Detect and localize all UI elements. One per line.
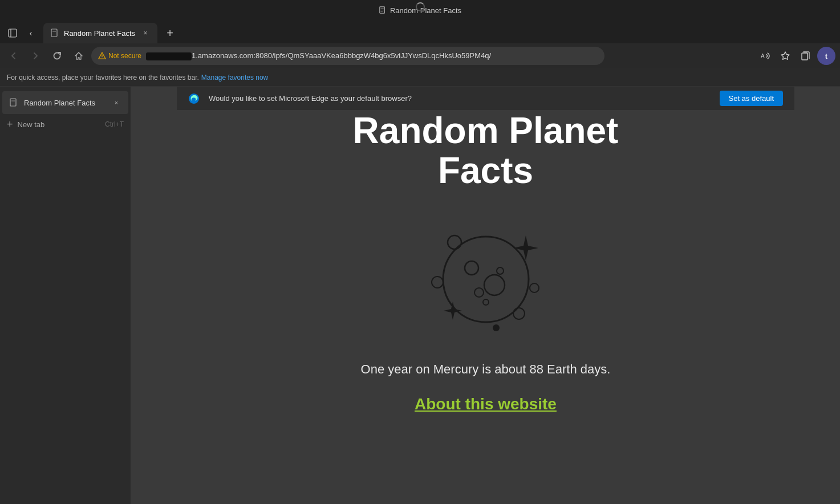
planet-illustration	[412, 214, 560, 339]
security-indicator: Not secure	[98, 52, 141, 60]
svg-point-23	[513, 308, 525, 319]
sparkle-top-right	[513, 235, 538, 261]
tab-label: Random Planet Facts	[64, 29, 136, 38]
sidebar-tab-label: Random Planet Facts	[24, 99, 105, 107]
svg-point-17	[484, 275, 505, 295]
new-tab-button[interactable]: +	[160, 23, 180, 43]
collections-button[interactable]	[797, 47, 815, 65]
svg-text:A: A	[761, 53, 765, 59]
window-title: Random Planet Facts	[390, 6, 461, 15]
forward-button[interactable]	[26, 47, 44, 65]
page-icon	[379, 6, 387, 14]
favorites-bar-text: For quick access, place your favorites h…	[7, 74, 199, 82]
active-tab[interactable]: Random Planet Facts ×	[43, 23, 157, 43]
security-label: Not secure	[108, 52, 141, 60]
plus-icon: +	[7, 119, 13, 131]
sidebar-tab-favicon	[9, 98, 18, 107]
svg-point-20	[483, 299, 489, 305]
profile-button[interactable]: t	[817, 47, 835, 65]
svg-point-14	[189, 94, 199, 104]
refresh-button[interactable]	[48, 47, 66, 65]
loading-spinner	[416, 2, 425, 11]
planet-fact-text: One year on Mercury is about 88 Earth da…	[361, 362, 611, 377]
svg-point-25	[493, 324, 500, 331]
sparkle-bottom-left	[444, 302, 462, 320]
home-button[interactable]	[70, 47, 88, 65]
tab-close-button[interactable]: ×	[140, 28, 151, 38]
page-title-line1: Random Planet	[353, 110, 619, 151]
sidebar-new-tab-item[interactable]: + New tab Ctrl+T	[0, 114, 131, 135]
svg-rect-11	[802, 53, 807, 60]
favorites-bar: For quick access, place your favorites h…	[0, 68, 840, 87]
svg-point-22	[530, 283, 539, 292]
back-tab-button[interactable]: ‹	[23, 25, 39, 41]
tab-favicon	[50, 29, 59, 38]
browser-body: Random Planet Facts × + New tab Ctrl+T W…	[0, 87, 840, 504]
sidebar-tab-item-random-planet[interactable]: Random Planet Facts ×	[2, 91, 128, 114]
sidebar-tab-close-button[interactable]: ×	[111, 97, 121, 108]
page-title-line2: Facts	[438, 150, 533, 191]
svg-point-21	[448, 235, 461, 249]
about-website-link[interactable]: About this website	[415, 395, 557, 413]
sidebar-new-tab-label: New tab	[18, 120, 45, 129]
svg-point-16	[465, 261, 478, 275]
url-hidden-part	[146, 52, 192, 60]
url-visible-part: 1.amazonaws.com:8080/ipfs/QmSYaaaVKea6bb…	[192, 51, 491, 60]
read-aloud-button[interactable]: A	[756, 47, 774, 65]
url-display: 1.amazonaws.com:8080/ipfs/QmSYaaaVKea6bb…	[146, 51, 598, 60]
svg-point-19	[497, 267, 504, 274]
tab-controls-left: ‹	[5, 25, 39, 43]
toolbar-icons: A t	[756, 47, 835, 65]
svg-rect-4	[9, 29, 17, 37]
tabs-panel-button[interactable]	[5, 25, 21, 41]
web-content: Would you like to set Microsoft Edge as …	[131, 87, 840, 504]
manage-favorites-link[interactable]: Manage favorites now	[201, 74, 268, 82]
browser-window: Random Planet Facts ‹ Random Planet Fact…	[0, 0, 840, 504]
set-default-button[interactable]: Set as default	[720, 91, 784, 106]
title-bar: Random Planet Facts	[0, 0, 840, 21]
tabs-sidebar: Random Planet Facts × + New tab Ctrl+T	[0, 87, 131, 504]
notification-bar: Would you like to set Microsoft Edge as …	[177, 87, 794, 111]
svg-rect-6	[51, 29, 57, 36]
svg-point-9	[102, 58, 102, 58]
tab-bar: ‹ Random Planet Facts × +	[0, 21, 840, 43]
new-tab-shortcut: Ctrl+T	[105, 120, 124, 128]
edge-logo-icon	[188, 93, 200, 104]
notification-text: Would you like to set Microsoft Edge as …	[209, 94, 711, 103]
address-bar-row: Not secure 1.amazonaws.com:8080/ipfs/QmS…	[0, 43, 840, 68]
warning-icon	[98, 52, 106, 60]
svg-rect-12	[10, 99, 16, 106]
back-button[interactable]	[5, 47, 23, 65]
planet-svg	[412, 214, 560, 339]
page-title: Random Planet Facts	[353, 111, 619, 191]
favorites-button[interactable]	[776, 47, 794, 65]
svg-point-24	[432, 277, 443, 288]
address-bar[interactable]: Not secure 1.amazonaws.com:8080/ipfs/QmS…	[91, 47, 604, 65]
svg-point-18	[474, 288, 484, 297]
